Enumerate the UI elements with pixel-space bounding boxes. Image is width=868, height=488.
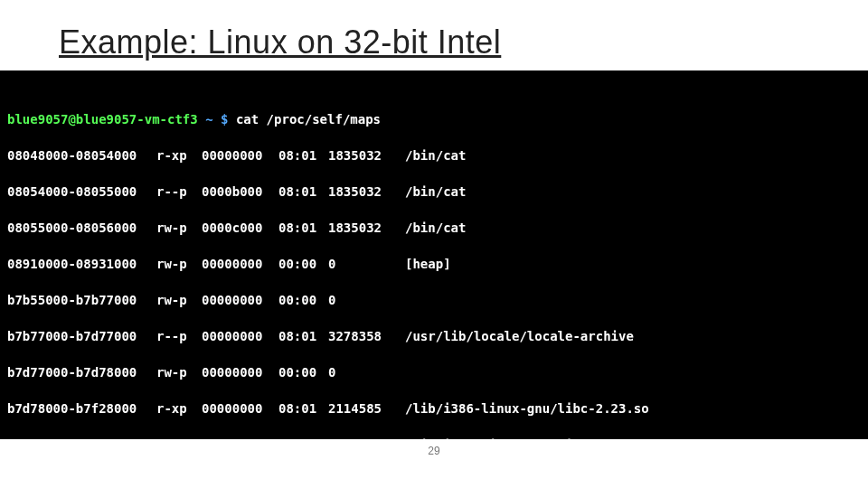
slide: Example: Linux on 32-bit Intel blue9057@… xyxy=(0,0,868,488)
prompt-line: blue9057@blue9057-vm-ctf3 ~ $ cat /proc/… xyxy=(7,110,861,128)
maps-row: 08054000-08055000r--p0000b00008:01183503… xyxy=(7,183,861,201)
terminal-output: blue9057@blue9057-vm-ctf3 ~ $ cat /proc/… xyxy=(0,70,868,439)
maps-row: b7b55000-b7b77000rw-p0000000000:000 xyxy=(7,291,861,309)
maps-row: b7f2a000-b7f2b000rw-p001b100008:01211458… xyxy=(7,472,861,488)
maps-row: b7d78000-b7f28000r-xp0000000008:01211458… xyxy=(7,399,861,418)
maps-row: b7d77000-b7d78000rw-p0000000000:000 xyxy=(7,363,861,381)
prompt-user-host: blue9057@blue9057-vm-ctf3 xyxy=(7,112,198,127)
page-number: 29 xyxy=(0,445,868,457)
prompt-tilde: ~ xyxy=(198,112,221,127)
prompt-command: cat /proc/self/maps xyxy=(236,112,381,127)
maps-row: b7b77000-b7d77000r--p0000000008:01327835… xyxy=(7,327,861,345)
prompt-dollar: $ xyxy=(221,112,236,127)
maps-row: 08055000-08056000rw-p0000c00008:01183503… xyxy=(7,219,861,237)
maps-row: 08910000-08931000rw-p0000000000:000[heap… xyxy=(7,255,861,273)
slide-title: Example: Linux on 32-bit Intel xyxy=(59,23,501,61)
maps-row: 08048000-08054000r-xp0000000008:01183503… xyxy=(7,146,861,164)
